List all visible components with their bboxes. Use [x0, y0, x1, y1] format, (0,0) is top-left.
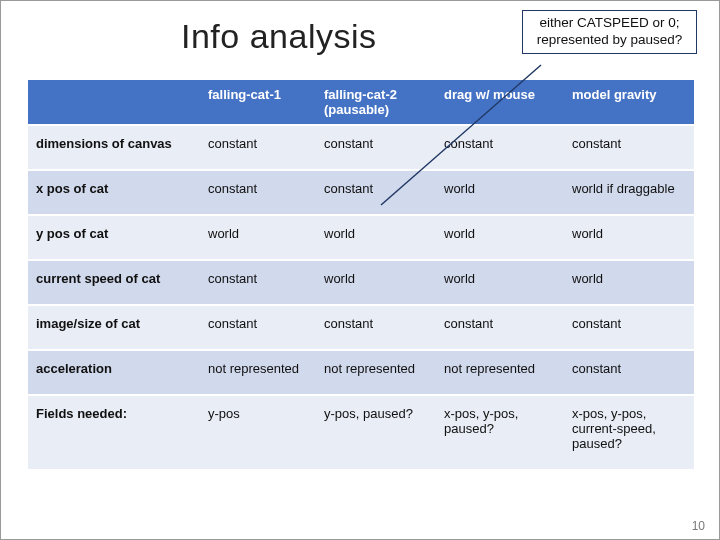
- page-number: 10: [692, 519, 705, 533]
- col-header: falling-cat-1: [200, 80, 316, 125]
- table-row: image/size of cat constant constant cons…: [28, 305, 694, 350]
- cell: constant: [200, 125, 316, 170]
- cell: x-pos, y-pos, current-speed, paused?: [564, 395, 694, 470]
- cell: world: [436, 260, 564, 305]
- table-row: Fields needed: y-pos y-pos, paused? x-po…: [28, 395, 694, 470]
- cell: y-pos, paused?: [316, 395, 436, 470]
- cell: constant: [316, 125, 436, 170]
- info-table: falling-cat-1 falling-cat-2 (pausable) d…: [28, 80, 694, 471]
- slide: Info analysis either CATSPEED or 0; repr…: [0, 0, 720, 540]
- cell: constant: [200, 260, 316, 305]
- cell: world: [200, 215, 316, 260]
- cell: constant: [316, 170, 436, 215]
- col-header: falling-cat-2 (pausable): [316, 80, 436, 125]
- col-header: drag w/ mouse: [436, 80, 564, 125]
- table-row: current speed of cat constant world worl…: [28, 260, 694, 305]
- cell: world: [436, 215, 564, 260]
- cell: world if draggable: [564, 170, 694, 215]
- cell: world: [564, 215, 694, 260]
- cell: world: [564, 260, 694, 305]
- cell: constant: [436, 125, 564, 170]
- cell: world: [316, 215, 436, 260]
- table-row: dimensions of canvas constant constant c…: [28, 125, 694, 170]
- table-row: x pos of cat constant constant world wor…: [28, 170, 694, 215]
- row-label: current speed of cat: [28, 260, 200, 305]
- cell: not represented: [200, 350, 316, 395]
- row-label: dimensions of canvas: [28, 125, 200, 170]
- row-label: y pos of cat: [28, 215, 200, 260]
- row-label: image/size of cat: [28, 305, 200, 350]
- slide-title: Info analysis: [181, 17, 377, 56]
- row-label: acceleration: [28, 350, 200, 395]
- row-label: Fields needed:: [28, 395, 200, 470]
- cell: y-pos: [200, 395, 316, 470]
- cell: not represented: [316, 350, 436, 395]
- table-row: y pos of cat world world world world: [28, 215, 694, 260]
- cell: constant: [564, 305, 694, 350]
- table-row: acceleration not represented not represe…: [28, 350, 694, 395]
- cell: constant: [316, 305, 436, 350]
- cell: world: [316, 260, 436, 305]
- col-header-blank: [28, 80, 200, 125]
- cell: constant: [436, 305, 564, 350]
- cell: constant: [200, 170, 316, 215]
- cell: constant: [564, 125, 694, 170]
- cell: x-pos, y-pos, paused?: [436, 395, 564, 470]
- row-label: x pos of cat: [28, 170, 200, 215]
- col-header: model gravity: [564, 80, 694, 125]
- cell: world: [436, 170, 564, 215]
- cell: constant: [564, 350, 694, 395]
- cell: not represented: [436, 350, 564, 395]
- table-header-row: falling-cat-1 falling-cat-2 (pausable) d…: [28, 80, 694, 125]
- callout-box: either CATSPEED or 0; represented by pau…: [522, 10, 697, 54]
- cell: constant: [200, 305, 316, 350]
